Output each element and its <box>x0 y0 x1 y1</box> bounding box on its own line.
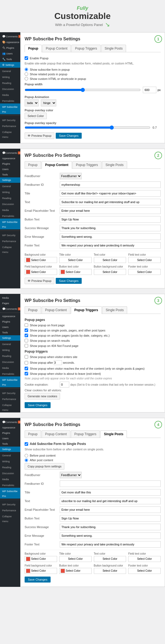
color-field-bg-btn-4[interactable]: Select Color <box>25 568 57 574</box>
page-check-1-input[interactable] <box>25 323 28 327</box>
sidebar-4-comments[interactable]: 💬 Comments10 <box>0 419 20 425</box>
sidebar-item-appearance[interactable]: 🎨Appearance <box>0 39 20 45</box>
color-title-btn-4[interactable]: Select Color <box>59 556 92 562</box>
success-input-2[interactable] <box>60 225 161 231</box>
tab-popup-triggers-3[interactable]: Popup Triggers <box>71 306 102 314</box>
tab-popup-content-1[interactable]: Popup Content <box>42 45 71 52</box>
radio-related-posts-input[interactable] <box>25 72 28 76</box>
save-changes-btn-3[interactable]: Save Changes <box>25 402 51 408</box>
sidebar-3-plugins[interactable]: Plugins <box>0 319 20 324</box>
tab-popup-content-4[interactable]: Popup Content <box>42 430 70 438</box>
popup-width-slider[interactable] <box>25 88 141 92</box>
before-content-radio[interactable] <box>25 454 28 457</box>
tab-popup-triggers-2[interactable]: Popup Triggers <box>72 161 101 168</box>
color-btn-text-btn[interactable]: Select Color <box>59 269 92 275</box>
error-input-2[interactable] <box>60 233 161 240</box>
email-placeholder-input-2[interactable] <box>60 207 161 214</box>
tab-popup-2[interactable]: Popup <box>25 161 41 168</box>
color-field-text-btn-4[interactable]: Select Color <box>128 556 161 562</box>
success-input-4[interactable] <box>60 524 161 530</box>
radio-custom-html-input[interactable] <box>25 77 28 80</box>
trigger-check-4-input[interactable] <box>25 372 28 375</box>
overlay-color-btn[interactable]: Select Color <box>25 113 47 119</box>
copy-settings-btn[interactable]: Copy popup form settings <box>25 463 64 470</box>
tab-popup-4[interactable]: Popup <box>25 430 41 438</box>
color-text-btn-4[interactable]: Select Color <box>94 556 126 562</box>
tab-popup-1[interactable]: Popup <box>25 45 42 52</box>
tab-popup-content-3[interactable]: Popup Content <box>42 306 70 314</box>
feedburner-select-4[interactable]: FeedBurner <box>60 472 82 478</box>
tab-popup-triggers-1[interactable]: Popup Triggers <box>71 45 100 52</box>
tab-single-posts-2[interactable]: Single Posts <box>102 161 127 168</box>
error-input-4[interactable] <box>60 532 161 539</box>
animation-select-2[interactable]: hinge <box>41 99 56 106</box>
button-text-input-4[interactable] <box>60 515 161 522</box>
page-check-5-input[interactable] <box>25 344 28 347</box>
color-title-btn[interactable]: Select Color <box>59 257 92 263</box>
text-input-2[interactable] <box>60 199 161 205</box>
enable-popup-checkbox[interactable] <box>25 56 28 60</box>
sidebar-item-users[interactable]: 👥Users <box>0 51 20 56</box>
radio-subscribe-form-input[interactable] <box>25 68 28 71</box>
title-input-4[interactable] <box>60 489 161 496</box>
color-footer-text-btn[interactable]: Select Color <box>128 269 161 275</box>
sidebar-3-users[interactable]: Users <box>0 324 20 330</box>
sidebar-4-plugins[interactable]: Plugins <box>0 430 20 436</box>
sidebar-2-users[interactable]: Users <box>0 167 20 172</box>
trigger-check-1-input[interactable] <box>25 355 28 359</box>
add-form-checkbox[interactable] <box>25 442 28 446</box>
tab-popup-3[interactable]: Popup <box>25 306 41 314</box>
color-background-btn[interactable]: Select Color <box>25 257 57 263</box>
tab-single-posts-3[interactable]: Single Posts <box>102 306 127 314</box>
page-check-4-input[interactable] <box>25 339 28 342</box>
generate-cookies-btn[interactable]: Generate new cookies <box>25 393 60 399</box>
color-footer-text-btn-4[interactable]: Select Color <box>128 568 161 574</box>
sidebar-3-settings[interactable]: Settings <box>0 335 20 341</box>
color-btn-bg-btn[interactable]: Select Color <box>94 269 126 275</box>
color-field-text-btn[interactable]: Select Color <box>128 257 161 263</box>
save-changes-btn-1[interactable]: Save Changes <box>56 133 82 139</box>
feedburner-select[interactable]: FeedBurner <box>60 173 82 179</box>
page-check-2-input[interactable] <box>25 328 28 332</box>
trigger-check-2-input[interactable] <box>25 361 28 365</box>
color-btn-bg-btn-4[interactable]: Select Color <box>94 568 126 574</box>
trigger-seconds-input[interactable] <box>54 360 62 365</box>
tab-single-posts-1[interactable]: Single Posts <box>101 45 126 52</box>
save-changes-btn-4[interactable]: Save Changes <box>25 577 51 583</box>
feedburner-id-input[interactable] <box>60 181 161 188</box>
sidebar-item-comments[interactable]: 💬 Comments 10 <box>0 34 20 39</box>
footer-input-2[interactable] <box>60 242 161 249</box>
button-text-input-2[interactable] <box>60 216 161 223</box>
after-content-radio[interactable] <box>25 458 28 462</box>
sidebar-2-appearance[interactable]: Appearance <box>0 156 20 161</box>
sidebar-item-plugins[interactable]: 🔌Plugins <box>0 45 20 51</box>
email-placeholder-input-4[interactable] <box>60 506 161 513</box>
tab-popup-content-2[interactable]: Popup Content <box>42 161 72 169</box>
sidebar-3-pages[interactable]: Pages <box>0 301 20 306</box>
sidebar-4-appearance[interactable]: Appearance <box>0 425 20 430</box>
sidebar-3-media[interactable]: Media <box>0 295 20 301</box>
sidebar-4-users[interactable]: Users <box>0 436 20 441</box>
sidebar-3-appearance[interactable]: Appearance <box>0 314 20 319</box>
footer-input-4[interactable] <box>60 541 161 548</box>
page-check-3-input[interactable] <box>25 334 28 337</box>
sidebar-item-tools[interactable]: 🔧Tools <box>0 56 20 62</box>
tab-popup-triggers-4[interactable]: Popup Triggers <box>71 430 100 438</box>
color-text-btn[interactable]: Select Color <box>94 257 126 263</box>
color-background-btn-4[interactable]: Select Color <box>25 556 57 562</box>
sidebar-2-comments[interactable]: 💬 Comments10 <box>0 150 20 156</box>
sidebar-4-tools[interactable]: Tools <box>0 441 20 447</box>
sidebar-3-comments[interactable]: 💬 Comments10 <box>0 306 20 312</box>
color-field-bg-btn[interactable]: Select Color <box>25 269 57 275</box>
sidebar-2-tools[interactable]: Tools <box>0 172 20 177</box>
trigger-check-3-input[interactable] <box>25 367 28 370</box>
preview-popup-btn-2[interactable]: 👁 Preview Popup <box>25 278 54 284</box>
color-btn-text-btn-4[interactable]: Select Color <box>59 568 92 574</box>
sidebar-2-settings[interactable]: Settings <box>0 177 20 183</box>
popup-width-input[interactable] <box>143 87 156 93</box>
tab-single-posts-4[interactable]: Single Posts <box>100 430 127 438</box>
cookie-input[interactable] <box>60 382 69 388</box>
feedburner-id-input-4[interactable] <box>60 480 161 487</box>
save-changes-btn-2[interactable]: Save Changes <box>56 278 82 284</box>
title-input-2[interactable] <box>60 190 161 197</box>
